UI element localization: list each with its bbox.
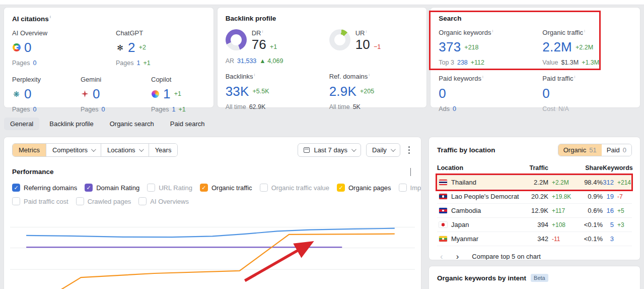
paid-traffic-value[interactable]: 0 (542, 86, 550, 101)
series-referring-domains (26, 228, 395, 237)
info-icon[interactable]: i (575, 75, 576, 79)
keywords-link[interactable]: 3 (603, 235, 614, 243)
perplexity-stat: Perplexity ❋ 0 Pages0 (12, 76, 81, 113)
ref-domains-value[interactable]: 2.9K (329, 84, 356, 99)
checkbox-icon: ✓ (399, 184, 407, 192)
chevron-down-icon (139, 147, 144, 152)
checkbox-icon: ✓ (85, 184, 93, 192)
perplexity-value: 0 (24, 86, 32, 102)
info-icon[interactable]: i (482, 75, 483, 79)
performance-line-chart[interactable] (10, 210, 415, 289)
toggle-organic[interactable]: Organic51 (558, 144, 602, 156)
segment-locations[interactable]: Locations (101, 144, 149, 156)
myanmar-flag (439, 236, 447, 242)
location-row-myanmar[interactable]: Myanmar 342 -11 <0.1% 3 (437, 232, 632, 246)
location-table: Location Traffic Share Keywords Thailand… (437, 162, 632, 246)
checkbox-icon: ✓ (260, 184, 268, 192)
tab-backlink-profile[interactable]: Backlink profile (43, 118, 99, 130)
metric-checkbox-crawled-pages[interactable]: ✓Crawled pages (76, 197, 131, 205)
metric-checkbox-organic-traffic-value[interactable]: ✓Organic traffic value (260, 184, 329, 192)
info-icon[interactable]: i (584, 29, 585, 33)
paid-traffic-stat: Paid traffici 0 CostN/A (542, 75, 632, 112)
traffic-by-location-panel: Traffic by location Organic51 Paid0 Loca… (429, 137, 640, 260)
backlinks-stat: Backlinksi 33K +5.5K All time62.9K (226, 73, 329, 110)
google-icon (12, 43, 21, 52)
performance-panel: Metrics Competitors Locations Years Last… (4, 137, 421, 289)
performance-title: Performance (12, 168, 54, 176)
paid-keywords-value[interactable]: 0 (439, 86, 446, 101)
organic-traffic-value[interactable]: 2.2M (542, 39, 572, 55)
segment-competitors[interactable]: Competitors (46, 144, 101, 156)
annotation-red-arrow (245, 245, 308, 281)
metric-checkbox-paid-traffic-cost[interactable]: ✓Paid traffic cost (12, 197, 68, 205)
info-icon[interactable]: i (366, 29, 367, 34)
info-icon[interactable]: i (50, 15, 51, 19)
chart-mode-segmented-control: Metrics Competitors Locations Years (12, 143, 178, 157)
organic-paid-toggle: Organic51 Paid0 (558, 144, 632, 156)
metric-checkbox-organic-pages[interactable]: ✓Organic pages (337, 184, 391, 192)
toggle-paid[interactable]: Paid0 (602, 144, 631, 156)
ai-citations-card: AI citationsi AI Overview 0 Pages0 ChatG… (4, 8, 213, 107)
metric-toggles: ✓Referring domains ✓Domain Rating ✓URL R… (4, 177, 421, 205)
keywords-link[interactable]: 5 (603, 221, 614, 228)
ahrefs-rank-row: AR 31,533 ▲ 4,069 (226, 57, 329, 65)
metric-checkbox-ai-overviews[interactable]: ✓AI Overviews (138, 197, 189, 205)
calendar-icon (304, 147, 310, 153)
more-options-button[interactable] (405, 144, 413, 156)
cambodia-flag (439, 208, 447, 213)
backlink-profile-title: Backlink profile (226, 15, 419, 22)
granularity-button[interactable]: Daily (366, 143, 400, 157)
tab-paid-search[interactable]: Paid search (164, 118, 211, 130)
location-row-thailand[interactable]: Thailand 2.2M +2.2M 98.4% 312 +214 (437, 176, 632, 190)
metric-checkbox-domain-rating[interactable]: ✓Domain Rating (85, 184, 139, 192)
organic-keywords-stat: Organic keywordsi 373 +218 Top 3238+112 (439, 29, 542, 66)
ai-overview-stat: AI Overview 0 Pages0 (12, 29, 116, 67)
organic-keywords-value[interactable]: 373 (439, 39, 461, 55)
backlink-profile-card: Backlink profile DRi 76 +1 AR 31,533 (218, 8, 427, 107)
metric-checkbox-impressions[interactable]: ✓Impressions (399, 184, 421, 192)
pagination-prev-button[interactable]: ‹ (440, 252, 443, 260)
collapse-section-button[interactable] (409, 167, 412, 177)
location-row-laos[interactable]: Lao People's Democratic Reput 20.2K +19.… (437, 190, 632, 204)
section-tabs: General Backlink profile Organic search … (4, 118, 640, 130)
keywords-link[interactable]: 16 (603, 207, 614, 214)
series-organic-traffic (38, 234, 395, 289)
segment-metrics[interactable]: Metrics (13, 144, 46, 156)
location-row-cambodia[interactable]: Cambodia 12.9K +117 0.6% 16 +5 (437, 204, 632, 218)
tab-general[interactable]: General (4, 118, 39, 130)
segment-years[interactable]: Years (149, 144, 178, 156)
info-icon[interactable]: i (369, 73, 370, 77)
info-icon[interactable]: i (492, 29, 493, 33)
keywords-link[interactable]: 312 (603, 179, 614, 186)
checkbox-icon: ✓ (200, 184, 208, 192)
backlinks-value[interactable]: 33K (226, 84, 249, 99)
metric-checkbox-url-rating[interactable]: ✓URL Rating (147, 184, 192, 192)
tab-organic-search[interactable]: Organic search (104, 118, 160, 130)
pagination-next-button[interactable]: › (456, 252, 459, 260)
ur-value: 10 (355, 37, 370, 52)
metric-checkbox-organic-traffic[interactable]: ✓Organic traffic (200, 184, 252, 192)
search-card: Search Organic keywordsi 373 +218 Top 32… (431, 8, 640, 107)
organic-keywords-by-intent-panel: Organic keywords by intent Beta (429, 266, 640, 289)
chatgpt-stat: ChatGPT ✻ 2 +2 Pages1+1 (116, 29, 205, 67)
overview-cards-row: AI citationsi AI Overview 0 Pages0 ChatG… (4, 8, 640, 107)
date-range-button[interactable]: Last 7 days (298, 143, 361, 157)
location-row-japan[interactable]: Japan 394 +108 <0.1% 5 +3 (437, 218, 632, 232)
beta-badge: Beta (531, 274, 548, 282)
japan-flag (439, 222, 447, 227)
chatgpt-icon: ✻ (116, 43, 124, 52)
metric-checkbox-referring-domains[interactable]: ✓Referring domains (12, 184, 77, 192)
organic-traffic-stat: Organic traffici 2.2M +2.2M Value$1.3M+1… (542, 29, 632, 66)
checkbox-icon: ✓ (12, 184, 20, 192)
ai-overview-value: 0 (24, 40, 32, 55)
top-toolbar-edge (0, 0, 644, 5)
chart-series-lines (26, 228, 395, 289)
domain-rating-stat: DRi 76 +1 AR 31,533 ▲ 4,069 (226, 29, 329, 65)
keywords-link[interactable]: 19 (603, 193, 614, 200)
gemini-stat: Gemini 0 Pages0 (81, 76, 151, 113)
ref-domains-stat: Ref. domainsi 2.9K +205 All time5K (329, 73, 419, 110)
checkbox-icon: ✓ (76, 197, 84, 205)
compare-top5-link[interactable]: Compare top 5 on chart (472, 253, 541, 260)
info-icon[interactable]: i (262, 29, 263, 34)
info-icon[interactable]: i (254, 73, 255, 77)
